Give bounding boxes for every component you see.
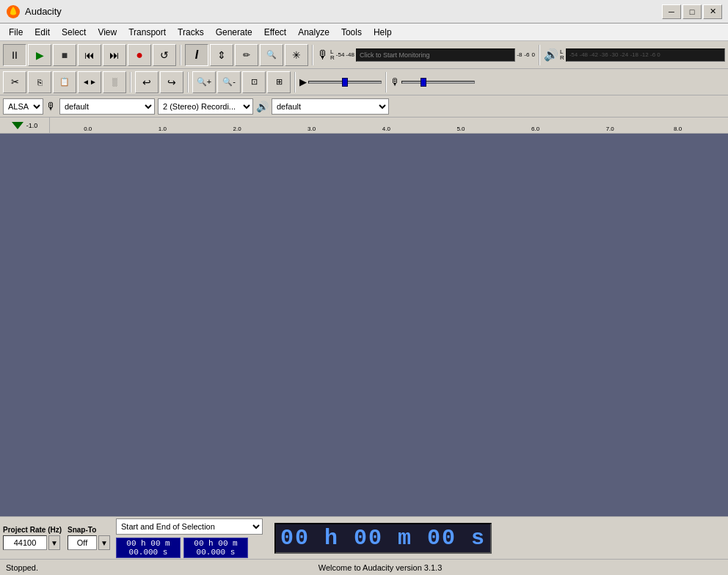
menu-tracks[interactable]: Tracks <box>172 26 210 39</box>
cut-button[interactable]: ✂ <box>3 71 26 93</box>
menu-help[interactable]: Help <box>368 26 398 39</box>
time-counter: 00 h 00 m 00 s <box>280 526 486 551</box>
play-button[interactable]: ▶ <box>28 44 51 66</box>
skip-start-button[interactable]: ⏮ <box>78 44 101 66</box>
menu-tools[interactable]: Tools <box>335 26 368 39</box>
project-rate-input[interactable] <box>3 535 47 550</box>
zoom-fit-button[interactable]: ⊞ <box>267 71 291 93</box>
multi-tool-button[interactable]: ✳ <box>285 44 308 66</box>
playback-thumb[interactable] <box>342 78 348 87</box>
envelope-tool-button[interactable]: ⇕ <box>210 44 233 66</box>
channels-select[interactable]: 2 (Stereo) Recordi... <box>158 98 253 115</box>
menu-select[interactable]: Select <box>56 26 92 39</box>
snap-to-label: Snap-To <box>68 526 110 534</box>
zoom-sel-icon: ⊡ <box>251 77 258 87</box>
status-center: Welcome to Audacity version 3.1.3 <box>318 563 443 572</box>
status-left: Stopped. <box>6 563 38 572</box>
mic-thumb[interactable] <box>421 78 426 87</box>
menu-effect[interactable]: Effect <box>258 26 292 39</box>
menu-analyze[interactable]: Analyze <box>292 26 335 39</box>
menu-bar: File Edit Select View Transport Tracks G… <box>0 23 728 41</box>
zoom-fit-icon: ⊞ <box>276 77 283 87</box>
main-canvas[interactable] <box>0 134 728 516</box>
menu-generate[interactable]: Generate <box>210 26 258 39</box>
mic-volume-icon: 🎙 <box>390 76 400 87</box>
record-button[interactable]: ● <box>128 44 151 66</box>
input-device-select[interactable]: default <box>59 98 155 115</box>
lr-pb-label: LR <box>560 49 564 61</box>
close-button[interactable]: ✕ <box>703 4 722 19</box>
draw-tool-button[interactable]: ✏ <box>235 44 258 66</box>
zoom-sel-button[interactable]: ⊡ <box>242 71 266 93</box>
redo-icon: ↪ <box>167 76 176 88</box>
menu-file[interactable]: File <box>3 26 29 39</box>
zoom-in-button[interactable]: 🔍+ <box>192 71 216 93</box>
selection-tool-button[interactable]: I <box>185 44 208 66</box>
silence-button[interactable]: ░ <box>103 71 126 93</box>
pause-button[interactable]: ⏸ <box>3 44 26 66</box>
skip-end-button[interactable]: ⏭ <box>103 44 126 66</box>
skip-end-icon: ⏭ <box>109 49 120 61</box>
recording-meter-bar[interactable]: Click to Start Monitoring <box>356 48 515 62</box>
timeline-ruler-row: -1.0 0.0 1.0 2.0 3.0 4.0 5.0 6.0 7.0 8.0 <box>0 117 728 134</box>
undo-button[interactable]: ↩ <box>135 71 159 93</box>
paste-icon: 📋 <box>59 77 70 87</box>
selection-start-value: 00 h 00 m 00.000 s <box>126 539 170 557</box>
speaker-meter-icon[interactable]: 🔊 <box>544 48 558 62</box>
minimize-button[interactable]: ─ <box>662 4 681 19</box>
snap-to-input[interactable] <box>68 535 97 550</box>
menu-view[interactable]: View <box>92 26 123 39</box>
playback-volume-slider[interactable] <box>308 77 382 87</box>
app-icon <box>6 4 21 19</box>
separator-7 <box>385 72 387 93</box>
loop-icon: ↺ <box>160 49 169 61</box>
output-device-select[interactable]: default <box>272 98 389 115</box>
redo-button[interactable]: ↪ <box>160 71 183 93</box>
zoom-tool-button[interactable]: 🔍 <box>260 44 283 66</box>
mic-input-icon: 🎙 <box>46 101 57 112</box>
trim-button[interactable]: ◄► <box>78 71 101 93</box>
project-rate-section: Project Rate (Hz) ▼ <box>3 526 62 550</box>
mic-volume-slider[interactable] <box>401 77 475 87</box>
host-select[interactable]: ALSA <box>3 98 43 115</box>
rec-scale-right: -8-60 <box>517 51 535 58</box>
snap-to-dropdown[interactable]: ▼ <box>98 535 110 550</box>
window-controls: ─ □ ✕ <box>662 4 722 19</box>
draw-tool-icon: ✏ <box>243 50 250 60</box>
speaker-output-icon: 🔊 <box>256 101 269 112</box>
mic-meter-icon[interactable]: 🎙 <box>317 48 329 62</box>
separator-2 <box>312 45 313 65</box>
separator-3 <box>539 45 540 65</box>
pause-icon: ⏸ <box>10 49 20 61</box>
device-row: ALSA 🎙 default 2 (Stereo) Recordi... 🔊 d… <box>0 95 728 117</box>
title-bar-left: Audacity <box>6 4 62 19</box>
title-bar: Audacity ─ □ ✕ <box>0 0 728 23</box>
snap-to-section: Snap-To ▼ <box>68 526 110 550</box>
lr-rec-label: LR <box>330 49 335 61</box>
record-icon: ● <box>136 48 143 62</box>
selection-end-input[interactable]: 00 h 00 m 00.000 s <box>183 538 248 558</box>
selection-section: Start and End of Selection 00 h 00 m 00.… <box>116 518 263 558</box>
copy-button[interactable]: ⎘ <box>28 71 51 93</box>
skip-to-zero-button[interactable] <box>12 122 23 129</box>
timeline-corner: -1.0 <box>0 117 50 134</box>
playback-volume-icon: ▶ <box>299 76 307 87</box>
selection-mode-select[interactable]: Start and End of Selection <box>116 518 263 535</box>
timeline-ruler[interactable]: 0.0 1.0 2.0 3.0 4.0 5.0 6.0 7.0 8.0 <box>50 117 728 134</box>
project-rate-dropdown[interactable]: ▼ <box>48 535 60 550</box>
paste-button[interactable]: 📋 <box>53 71 76 93</box>
menu-edit[interactable]: Edit <box>29 26 56 39</box>
playback-meter-bar[interactable]: -54 -48 -42 -36 -30 -24 -18 -12 -6 0 <box>566 48 725 62</box>
loop-button[interactable]: ↺ <box>153 44 176 66</box>
menu-transport[interactable]: Transport <box>123 26 172 39</box>
recording-meter-scale: -54-48 <box>336 51 354 58</box>
maximize-button[interactable]: □ <box>682 4 702 19</box>
pb-scale: -54 -48 -42 -36 -30 -24 -18 -12 -6 0 <box>569 51 660 58</box>
selection-tool-icon: I <box>195 48 198 62</box>
stop-button[interactable]: ■ <box>53 44 76 66</box>
zoom-out-button[interactable]: 🔍- <box>217 71 241 93</box>
window-title: Audacity <box>25 6 62 17</box>
time-display-section: 00 h 00 m 00 s <box>274 523 492 554</box>
project-rate-label: Project Rate (Hz) <box>3 526 62 534</box>
selection-start-input[interactable]: 00 h 00 m 00.000 s <box>116 538 181 558</box>
